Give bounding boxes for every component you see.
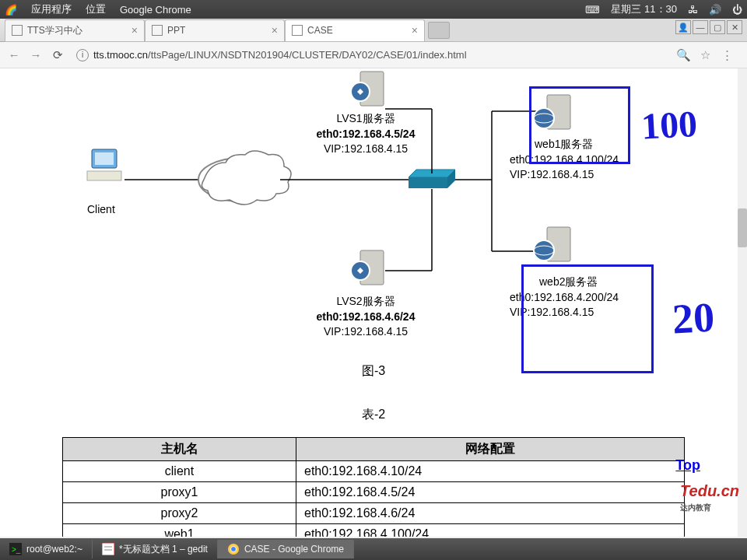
lvs1-eth: eth0:192.168.4.5/24 [317,128,416,140]
task-label: root@web2:~ [26,544,82,555]
cell: web1 [63,524,296,537]
close-button[interactable]: ✕ [727,20,742,34]
system-menubar: 🌈 应用程序 位置 Google Chrome ⌨ 星期三 11：30 🖧 🔊 … [0,0,747,19]
network-diagram: Client LVS1服务器 eth0:192.168.4.5/24 VIP:1… [0,68,747,391]
tab-ppt[interactable]: PPT × [145,19,285,41]
omnibox[interactable]: i tts.tmooc.cn/ttsPage/LINUX/NSDTN201904… [72,45,675,65]
cell: eth0:192.168.4.100/24 [296,524,685,537]
lvs1-node [346,68,390,114]
clock[interactable]: 星期三 11：30 [611,2,677,16]
task-gedit[interactable]: *无标题文档 1 – gedit [93,540,218,558]
top-link[interactable]: Top [675,457,700,474]
web2-node [533,224,577,270]
logo-text: Tedu.cn [680,482,739,499]
close-tab-icon[interactable]: × [272,24,278,37]
page-content: Client LVS1服务器 eth0:192.168.4.5/24 VIP:1… [0,68,747,537]
cell: eth0:192.168.4.10/24 [296,461,685,482]
cell: eth0:192.168.4.6/24 [296,503,685,524]
svg-rect-29 [102,543,114,555]
lvs2-node [346,247,390,293]
tedu-logo: Tedu.cn 达内教育 [680,482,739,513]
task-terminal[interactable]: >_ root@web2:~ [0,540,93,558]
lvs2-eth: eth0:192.168.4.6/24 [317,310,416,323]
lvs1-label: LVS1服务器 eth0:192.168.4.5/24 VIP:192.168.… [288,111,444,157]
chrome-icon [227,543,240,555]
svg-rect-16 [87,171,121,180]
lvs2-name: LVS2服务器 [336,295,395,307]
th-net: 网络配置 [296,438,685,461]
figure-caption: 图-3 [0,363,747,380]
th-host: 主机名 [63,438,296,461]
page-icon [12,25,23,36]
close-tab-icon[interactable]: × [412,24,418,37]
site-info-icon[interactable]: i [76,49,89,61]
svg-rect-15 [95,152,114,165]
back-button[interactable]: ← [6,47,22,63]
reload-button[interactable]: ⟳ [50,47,65,63]
zoom-icon[interactable]: 🔍 [675,47,691,63]
terminal-icon: >_ [9,543,22,555]
lvs2-vip: VIP:192.168.4.15 [324,325,408,338]
lvs1-vip: VIP:192.168.4.15 [324,142,408,155]
minimize-button[interactable]: — [693,20,708,34]
cell: eth0:192.168.4.5/24 [296,482,685,503]
svg-rect-4 [409,177,447,188]
web1-vip: VIP:192.168.4.15 [510,168,594,180]
maximize-button[interactable]: ▢ [710,20,725,34]
close-tab-icon[interactable]: × [132,24,138,37]
svg-point-33 [230,547,236,552]
config-table: 主机名 网络配置 clienteth0:192.168.4.10/24 prox… [62,437,685,537]
annotation-100: 100 [640,102,699,148]
network-icon[interactable]: 🖧 [688,4,698,16]
table-row: clienteth0:192.168.4.10/24 [63,461,685,482]
task-label: CASE - Google Chrome [244,544,344,555]
web2-highlight-box [521,264,654,373]
bookmark-star-icon[interactable]: ☆ [697,47,713,63]
apps-menu-icon: 🌈 [5,4,17,16]
page-icon [292,25,303,36]
svg-point-25 [534,240,554,261]
window-titlebar: 👤 — ▢ ✕ TTS学习中心 × PPT × CASE × [0,19,747,42]
new-tab-button[interactable] [428,22,450,39]
web1-highlight-box [529,86,630,164]
tab-label: PPT [167,25,185,36]
power-icon[interactable]: ⏻ [732,4,742,16]
volume-icon[interactable]: 🔊 [709,4,721,16]
table-caption: 表-2 [0,407,747,423]
active-app-label: Google Chrome [120,4,191,16]
cell: proxy2 [63,503,296,524]
bottom-panel: >_ root@web2:~ *无标题文档 1 – gedit CASE - G… [0,538,747,560]
applications-menu[interactable]: 应用程序 [31,2,72,16]
places-menu[interactable]: 位置 [86,2,106,16]
tab-tts[interactable]: TTS学习中心 × [5,19,145,41]
forward-button: → [28,47,44,63]
lvs1-name: LVS1服务器 [336,112,395,124]
table-row: web1eth0:192.168.4.100/24 [63,524,685,537]
gedit-icon [102,543,114,555]
svg-text:>_: >_ [12,545,21,554]
table-header-row: 主机名 网络配置 [63,438,685,461]
task-label: *无标题文档 1 – gedit [119,543,208,556]
annotation-20: 20 [671,293,715,344]
tab-label: CASE [307,25,333,36]
keyboard-icon[interactable]: ⌨ [585,4,600,16]
url-path: /ttsPage/LINUX/NSDTN201904/CLUSTER/DAY02… [148,49,466,61]
lvs2-label: LVS2服务器 eth0:192.168.4.6/24 VIP:192.168.… [288,294,444,340]
client-label: Client [87,202,115,218]
tab-case[interactable]: CASE × [285,19,425,41]
table-row: proxy1eth0:192.168.4.5/24 [63,482,685,503]
page-icon [152,25,163,36]
chrome-menu-icon[interactable]: ⋮ [719,47,735,63]
url-domain: tts.tmooc.cn [93,49,148,61]
address-bar: ← → ⟳ i tts.tmooc.cn/ttsPage/LINUX/NSDTN… [0,42,747,68]
logo-sub: 达内教育 [680,503,711,512]
cell: proxy1 [63,482,296,503]
cell: client [63,461,296,482]
task-chrome[interactable]: CASE - Google Chrome [218,540,354,558]
tab-label: TTS学习中心 [27,24,82,37]
table-row: proxy2eth0:192.168.4.6/24 [63,503,685,524]
client-node [86,146,123,187]
user-icon[interactable]: 👤 [675,20,691,34]
